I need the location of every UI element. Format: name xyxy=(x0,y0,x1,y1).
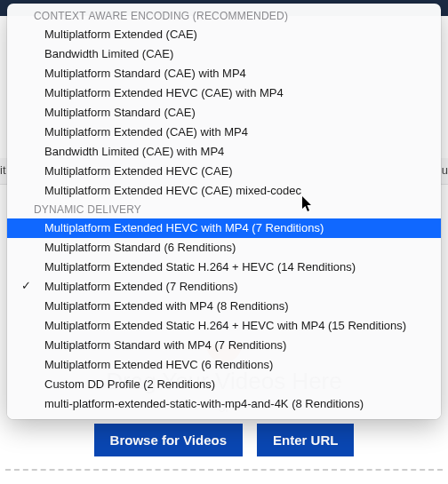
menu-item-label: Multiplatform Extended HEVC (CAE) mixed-… xyxy=(44,184,301,197)
menu-item[interactable]: Multiplatform Standard (CAE) xyxy=(7,103,441,123)
menu-item-label: Multiplatform Extended Static H.264 + HE… xyxy=(44,319,406,332)
upload-button-row: Browse for Videos Enter URL xyxy=(0,424,448,456)
menu-item-label: Multiplatform Standard (6 Renditions) xyxy=(44,241,236,254)
menu-item[interactable]: Multiplatform Extended HEVC (CAE) with M… xyxy=(7,83,441,103)
menu-item[interactable]: Bandwidth Limited (CAE) with MP4 xyxy=(7,142,441,162)
menu-item[interactable]: Multiplatform Standard with MP4 (7 Rendi… xyxy=(7,336,441,355)
menu-item-label: Multiplatform Extended with MP4 (8 Rendi… xyxy=(44,299,289,313)
partial-tab-left[interactable]: it xyxy=(0,163,6,177)
menu-item[interactable]: Multiplatform Extended (CAE) xyxy=(7,25,441,44)
partial-tab-right[interactable]: u xyxy=(442,163,448,177)
menu-item[interactable]: Custom DD Profile (2 Renditions) xyxy=(7,375,441,394)
menu-item-label: Multiplatform Extended HEVC (CAE) with M… xyxy=(44,86,284,99)
menu-item-label: Custom DD Profile (2 Renditions) xyxy=(44,377,215,391)
menu-item[interactable]: Multiplatform Extended Static H.264 + HE… xyxy=(7,316,441,336)
enter-url-button[interactable]: Enter URL xyxy=(257,424,354,456)
menu-item[interactable]: Multiplatform Extended with MP4 (8 Rendi… xyxy=(7,297,441,316)
menu-item-label: Multiplatform Extended (CAE) with MP4 xyxy=(44,125,248,139)
menu-item-label: Multiplatform Extended (CAE) xyxy=(44,28,197,41)
ingest-profile-dropdown[interactable]: CONTEXT AWARE ENCODING (RECOMMENDED)Mult… xyxy=(7,4,441,419)
menu-item-label: Multiplatform Standard (CAE) xyxy=(44,106,196,119)
menu-item[interactable]: Multiplatform Standard (6 Renditions) xyxy=(7,238,441,258)
menu-item[interactable]: Multiplatform Extended HEVC with MP4 (7 … xyxy=(7,218,441,238)
menu-item-label: Multiplatform Extended HEVC (CAE) xyxy=(44,164,233,178)
menu-item[interactable]: Multiplatform Extended (CAE) with MP4 xyxy=(7,123,441,142)
check-icon: ✓ xyxy=(21,278,31,294)
menu-item-label: Multiplatform Standard (CAE) with MP4 xyxy=(44,67,246,80)
menu-group-header: CONTEXT AWARE ENCODING (RECOMMENDED) xyxy=(7,7,441,25)
menu-item[interactable]: multi-platform-extended-static-with-mp4-… xyxy=(7,394,441,414)
menu-item[interactable]: Multiplatform Extended HEVC (CAE) mixed-… xyxy=(7,181,441,201)
menu-item-label: Multiplatform Extended Static H.264 + HE… xyxy=(44,260,356,274)
menu-item[interactable]: Bandwidth Limited (CAE) xyxy=(7,44,441,64)
menu-item[interactable]: Multiplatform Extended Static H.264 + HE… xyxy=(7,258,441,277)
browse-videos-button[interactable]: Browse for Videos xyxy=(94,424,243,456)
menu-item[interactable]: Multiplatform Extended HEVC (6 Rendition… xyxy=(7,355,441,375)
menu-item[interactable]: Multiplatform Standard (CAE) with MP4 xyxy=(7,64,441,83)
menu-item-label: Multiplatform Standard with MP4 (7 Rendi… xyxy=(44,338,286,352)
menu-item[interactable]: Multiplatform Extended HEVC (CAE) xyxy=(7,162,441,181)
menu-item-label: multi-platform-extended-static-with-mp4-… xyxy=(44,397,364,410)
menu-item-label: Multiplatform Extended (7 Renditions) xyxy=(44,280,238,293)
menu-item-label: Bandwidth Limited (CAE) with MP4 xyxy=(44,145,224,158)
divider-dashed xyxy=(5,469,443,471)
menu-group-header: DYNAMIC DELIVERY xyxy=(7,201,441,218)
menu-item[interactable]: ✓Multiplatform Extended (7 Renditions) xyxy=(7,277,441,297)
menu-item-label: Multiplatform Extended HEVC (6 Rendition… xyxy=(44,358,273,371)
menu-item-label: Multiplatform Extended HEVC with MP4 (7 … xyxy=(44,221,324,234)
menu-item-label: Bandwidth Limited (CAE) xyxy=(44,47,173,60)
